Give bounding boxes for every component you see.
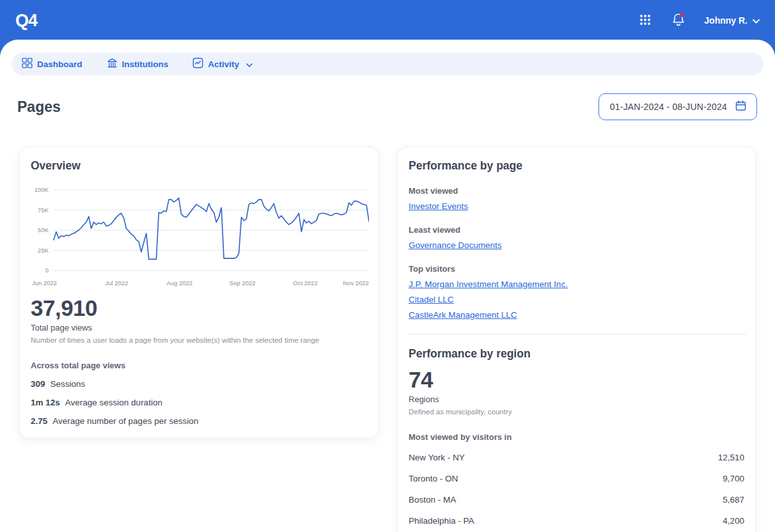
avg-duration-value: 1m 12s [31, 398, 60, 407]
performance-by-region-title: Performance by region [409, 347, 744, 361]
overview-title: Overview [31, 159, 368, 173]
total-page-views-description: Number of times a user loads a page from… [31, 336, 368, 344]
performance-by-page-title: Performance by page [409, 159, 744, 173]
y-tick-75k: 75K [38, 207, 49, 214]
sessions-label: Sessions [51, 379, 86, 389]
region-row-boston: Boston - MA 5,687 [409, 490, 744, 508]
region-list: New York - NY 12,510 Toronto - ON 9,700 … [409, 448, 744, 532]
top-visitor-link-3[interactable]: CastleArk Management LLC [409, 310, 517, 320]
notifications-button[interactable] [669, 11, 687, 31]
x-tick-nov: Nov 2022 [343, 279, 369, 286]
y-tick-100k: 100K [35, 186, 49, 193]
nav-label-activity: Activity [208, 59, 239, 69]
x-tick-oct: Oct 2022 [293, 279, 318, 286]
apps-grid-icon [639, 13, 652, 28]
main-navbar: Dashboard Institutions Activity [12, 52, 763, 75]
nav-item-activity[interactable]: Activity [192, 58, 253, 70]
stat-sessions: 309 Sessions [31, 379, 368, 389]
nav-label-institutions: Institutions [122, 59, 169, 69]
y-tick-50k: 50K [38, 226, 49, 233]
region-row-philadelphia: Philadelphia - PA 4,200 [409, 512, 744, 529]
x-tick-aug: Aug 2022 [166, 279, 192, 286]
content-sheet: Dashboard Institutions Activity [0, 40, 775, 532]
q4-logo: Q4 [15, 11, 37, 31]
avg-duration-label: Average session duration [65, 398, 162, 407]
region-row-toronto: Toronto - ON 9,700 [409, 469, 744, 487]
nav-label-dashboard: Dashboard [37, 59, 82, 69]
most-viewed-section: Most viewed Investor Events [409, 186, 744, 212]
apps-grid-button[interactable] [638, 12, 653, 29]
x-tick-sep: Sep 2022 [230, 279, 256, 286]
regions-count-description: Defined as municipality, country [409, 408, 744, 416]
most-viewed-label: Most viewed [409, 186, 744, 196]
calendar-icon [735, 100, 747, 114]
page-title: Pages [17, 98, 61, 116]
regions-count-label: Regions [409, 395, 744, 404]
user-menu[interactable]: Johnny R. [704, 15, 760, 26]
y-tick-25k: 25K [38, 247, 49, 254]
nav-item-dashboard[interactable]: Dashboard [22, 58, 82, 70]
nav-item-institutions[interactable]: Institutions [107, 58, 169, 70]
regions-count-value: 74 [409, 367, 744, 393]
total-page-views-value: 37,910 [31, 295, 368, 321]
region-name: New York - NY [409, 453, 465, 462]
stat-avg-duration: 1m 12s Average session duration [31, 398, 368, 407]
activity-chart-icon [192, 58, 203, 70]
most-viewed-by-visitors-label: Most viewed by visitors in [409, 432, 744, 442]
least-viewed-section: Least viewed Governance Documents [409, 225, 744, 251]
y-tick-0: 0 [45, 267, 49, 274]
least-viewed-label: Least viewed [409, 225, 744, 235]
x-tick-jul: Jul 2022 [105, 279, 128, 286]
top-visitor-link-2[interactable]: Citadel LLC [409, 295, 454, 304]
sessions-value: 309 [31, 379, 45, 389]
region-name: Boston - MA [409, 495, 456, 505]
region-value: 9,700 [723, 474, 744, 483]
bank-icon [107, 58, 118, 70]
date-range-value: 01-JAN-2024 - 08-JUN-2024 [610, 102, 727, 112]
region-value: 12,510 [718, 453, 744, 462]
date-range-picker[interactable]: 01-JAN-2024 - 08-JUN-2024 [599, 93, 757, 120]
top-visitor-link-1[interactable]: J.P. Morgan Investment Management Inc. [409, 279, 568, 289]
across-total-label: Across total page views [31, 361, 368, 370]
notification-dot [680, 13, 684, 17]
region-value: 4,200 [723, 516, 744, 526]
avg-pages-label: Average number of pages per session [52, 416, 198, 426]
chevron-down-icon [753, 15, 760, 26]
dashboard-grid-icon [22, 58, 33, 70]
top-visitors-section: Top visitors J.P. Morgan Investment Mana… [409, 264, 744, 320]
stat-avg-pages: 2.75 Average number of pages per session [31, 416, 368, 426]
region-value: 5,687 [723, 495, 744, 505]
section-divider [407, 334, 746, 334]
total-page-views-label: Total page views [31, 323, 368, 332]
region-name: Toronto - ON [409, 474, 458, 483]
region-row-new-york: New York - NY 12,510 [409, 448, 744, 466]
avg-pages-value: 2.75 [31, 416, 47, 426]
overview-card: Overview 100K 75K 50K 25K 0 Jun 202 [19, 146, 379, 439]
top-visitors-label: Top visitors [409, 264, 744, 274]
chevron-down-icon [246, 59, 253, 69]
most-viewed-link[interactable]: Investor Events [409, 201, 468, 211]
pageviews-line-chart: 100K 75K 50K 25K 0 Jun 2022 Jul 2022 Aug… [31, 182, 368, 289]
x-tick-jun: Jun 2022 [32, 279, 57, 286]
performance-card: Performance by page Most viewed Investor… [397, 146, 756, 532]
least-viewed-link[interactable]: Governance Documents [409, 240, 502, 250]
user-name: Johnny R. [704, 15, 748, 26]
region-name: Philadelphia - PA [409, 516, 474, 526]
bell-icon [671, 12, 686, 29]
